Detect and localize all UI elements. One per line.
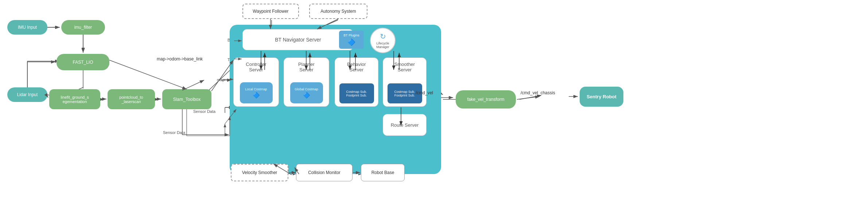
sensor-data-top-label: Sensor Data [193,109,215,114]
waypoint-follower-label: Waypoint Follower [253,9,288,14]
controller-server-box: ControllerServer Local Costmap 🔷 [233,58,279,107]
map-label: map [217,78,225,82]
smoother-server-label: SmootherServer [394,62,415,72]
diagram: IMU Input imu_filter Lidar Input FAST_LI… [0,0,868,209]
svg-line-60 [109,60,187,89]
nav2-box: BT Navigator Server BT Plugins 🔷 ↻ Lifec… [230,25,441,174]
bt-navigator-box: BT Navigator Server [242,29,354,50]
behavior-costmap-label: Costmap Sub. Footprint Sub. [346,90,367,97]
collision-monitor-label: Collision Monitor [308,170,340,175]
velocity-smoother-label: Velocity Smoother [242,170,277,175]
local-costmap-label: Local Costmap [245,87,267,91]
slam-toolbox-label: Slam_Toolbox [173,97,201,102]
sentry-robot-node: Sentry Robot [580,87,623,107]
svg-line-47 [517,96,540,99]
behavior-server-label: BehaviorServer [347,62,366,72]
waypoint-follower-node: Waypoint Follower [242,4,299,19]
autonomy-system-node: Autonomy System [309,4,367,19]
imu-filter-node: imu_filter [61,20,105,35]
planner-server-label: PlannerServer [298,62,315,72]
cmd-vel-label: /cmd_vel [416,90,433,95]
velocity-smoother-node: Velocity Smoother [231,164,288,181]
fast-lio-node: FAST_LIO [57,54,109,70]
bt-plugins-label: BT Plugins [343,33,359,37]
behavior-costmap-box: Costmap Sub. Footprint Sub. [339,83,374,103]
robot-base-node: Robot Base [361,164,405,181]
map-odom-label: map->odom->base_link [157,56,203,62]
local-costmap-icon: 🔷 [253,92,260,99]
route-server-box: Route Server [383,114,427,136]
fast-lio-label: FAST_LIO [73,60,93,65]
planner-server-box: PlannerServer Global Costmap 🔷 [284,58,329,107]
svg-line-67 [47,96,48,98]
sentry-robot-label: Sentry Robot [587,94,616,99]
svg-line-40 [182,80,204,90]
bt-plugins-box: BT Plugins 🔷 [339,31,364,49]
behavior-server-box: BehaviorServer Costmap Sub. Footprint Su… [335,58,378,107]
bt-navigator-label: BT Navigator Server [275,37,321,43]
local-costmap-box: Local Costmap 🔷 [240,82,273,103]
robot-base-label: Robot Base [371,170,394,175]
pointcloud-laserscan-label: pointcloud_to _laserscan [119,95,143,104]
smoother-server-box: SmootherServer Costmap Sub. Footprint Su… [383,58,427,107]
svg-line-27 [519,95,541,99]
lidar-input-label: Lidar Input [17,92,38,97]
imu-input-node: IMU Input [7,20,47,35]
imu-input-label: IMU Input [18,25,37,30]
linefit-label: linefit_ground_s egementation [61,95,89,104]
sensor-data-bottom-label: Sensor Data [163,130,185,135]
fake-vel-transform-node: fake_vel_transform [456,90,516,109]
lifecycle-label: Lifecycle Manager [376,42,389,49]
linefit-node: linefit_ground_s egementation [49,89,100,109]
global-costmap-box: Global Costmap 🔷 [290,82,323,103]
bt-plugins-icon: 🔷 [343,38,359,46]
slam-toolbox-node: Slam_Toolbox [162,89,211,109]
controller-server-label: ControllerServer [246,62,266,72]
autonomy-system-label: Autonomy System [320,9,356,14]
fake-vel-transform-label: fake_vel_transform [467,97,504,102]
cmd-vel-chassis-label: /cmd_vel_chassis [521,90,555,95]
pointcloud-laserscan-node: pointcloud_to _laserscan [108,89,155,109]
global-costmap-label: Global Costmap [295,87,318,91]
lidar-input-node: Lidar Input [7,87,47,102]
imu-filter-label: imu_filter [74,25,92,30]
smoother-costmap-label: Costmap Sub. Footprint Sub. [394,90,415,97]
global-costmap-icon: 🔷 [303,92,310,99]
route-server-label: Route Server [391,122,419,128]
collision-monitor-node: Collision Monitor [296,164,353,181]
lifecycle-manager: ↻ Lifecycle Manager [370,28,396,53]
